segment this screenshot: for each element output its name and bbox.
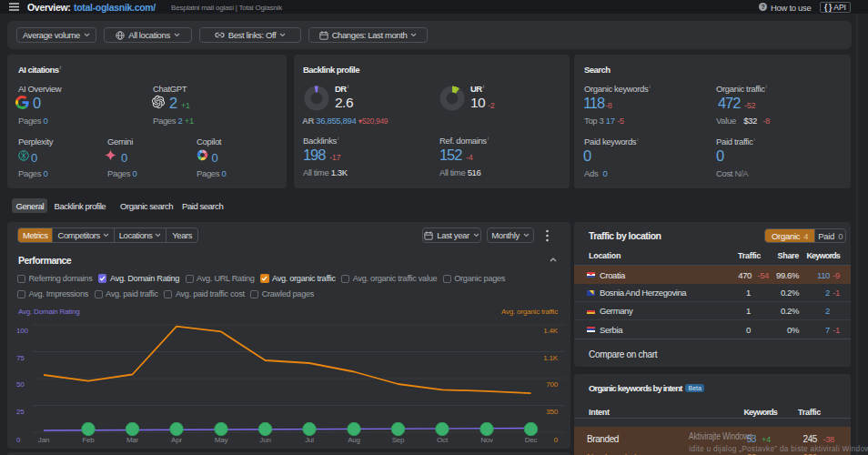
svg-text:Jul: Jul [305, 436, 314, 444]
svg-text:700: 700 [546, 380, 558, 389]
svg-text:50: 50 [16, 380, 25, 389]
svg-text:Avg. Domain Rating: Avg. Domain Rating [18, 308, 79, 316]
svg-text:0: 0 [16, 436, 21, 444]
svg-text:May: May [215, 436, 228, 444]
svg-text:Jun: Jun [259, 436, 270, 444]
svg-text:Jan: Jan [38, 436, 49, 444]
svg-text:Nov: Nov [480, 436, 493, 444]
svg-text:Mar: Mar [126, 436, 139, 444]
svg-text:350: 350 [546, 408, 558, 416]
svg-text:1.4K: 1.4K [543, 327, 559, 335]
svg-text:Aug: Aug [348, 436, 360, 444]
svg-text:Avg. organic traffic: Avg. organic traffic [501, 308, 558, 316]
svg-text:Oct: Oct [437, 436, 449, 444]
svg-text:100: 100 [16, 327, 28, 335]
svg-text:Dec: Dec [525, 436, 538, 444]
svg-text:1.1K: 1.1K [543, 354, 559, 362]
svg-text:0: 0 [554, 436, 559, 444]
svg-text:Apr: Apr [171, 436, 182, 444]
svg-text:75: 75 [16, 354, 25, 362]
svg-text:Sep: Sep [392, 436, 405, 444]
svg-text:Feb: Feb [82, 436, 95, 444]
svg-text:25: 25 [16, 408, 25, 416]
